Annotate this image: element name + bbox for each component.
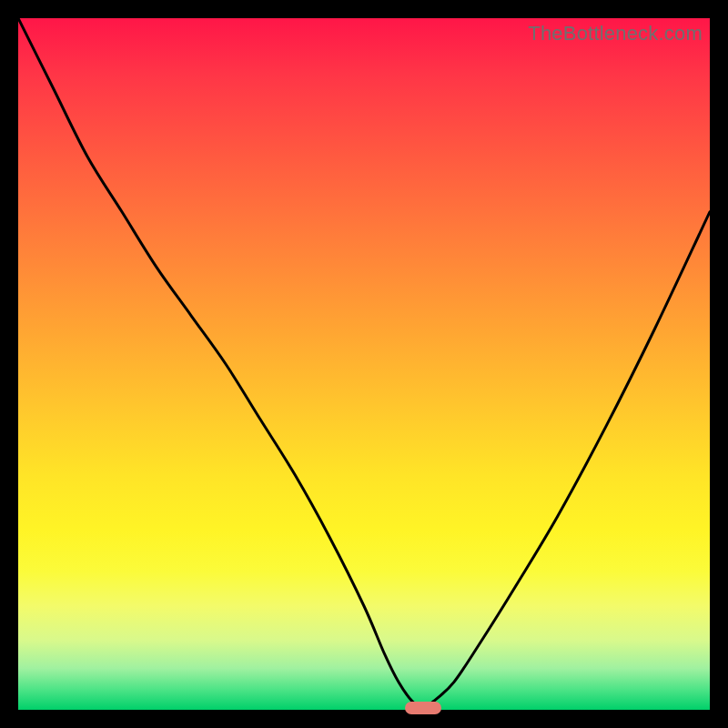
plot-gradient-background	[18, 18, 710, 710]
optimal-point-marker	[405, 702, 441, 714]
watermark-text: TheBottleneck.com	[528, 22, 703, 46]
chart-frame: TheBottleneck.com	[18, 18, 710, 710]
